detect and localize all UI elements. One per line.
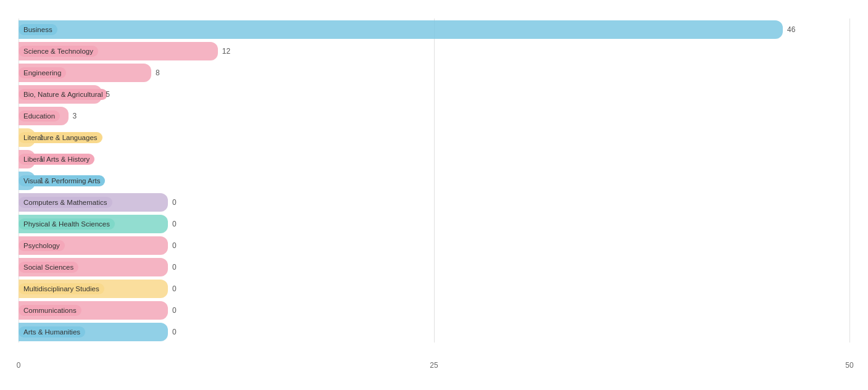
bar-value: 12: [222, 47, 230, 56]
bar-value: 0: [172, 241, 177, 250]
bar-value: 0: [172, 284, 177, 293]
x-axis-label: 25: [430, 361, 438, 370]
bar-label: Communications: [19, 305, 81, 316]
bar-label: Visual & Performing Arts: [19, 175, 105, 186]
bar-row: Bio, Nature & Agricultural5: [19, 85, 849, 104]
bar-row: Social Sciences0: [19, 258, 849, 276]
bar-value: 5: [106, 90, 110, 99]
bar-value: 1: [40, 176, 44, 185]
bar-row: Literature & Languages1: [19, 128, 849, 147]
bar-label: Arts & Humanities: [19, 326, 85, 338]
bar-value: 1: [40, 155, 44, 164]
bar-value: 8: [156, 68, 160, 77]
bar-row: Communications0: [19, 301, 849, 320]
grid-line: [849, 19, 850, 342]
bar-row: Visual & Performing Arts1: [19, 172, 849, 190]
bar-value: 46: [787, 25, 795, 34]
bar-row: Business46: [19, 20, 849, 39]
bars-area: Business46Science & Technology12Engineer…: [19, 19, 849, 342]
bar-row: Physical & Health Sciences0: [19, 215, 849, 233]
bar-row: Education3: [19, 107, 849, 125]
bar-row: Liberal Arts & History1: [19, 150, 849, 168]
bar-label: Literature & Languages: [19, 132, 102, 143]
bar-track: [19, 20, 783, 39]
bar-value: 0: [172, 220, 177, 228]
bar-row: Computers & Mathematics0: [19, 193, 849, 212]
chart-area: Business46Science & Technology12Engineer…: [19, 19, 849, 361]
bar-label: Multidisciplinary Studies: [19, 283, 104, 294]
bar-row: Psychology0: [19, 236, 849, 255]
bar-value: 3: [72, 112, 77, 120]
bar-value: 1: [40, 133, 44, 142]
chart-container: Business46Science & Technology12Engineer…: [0, 0, 868, 390]
x-axis-label: 0: [17, 361, 21, 370]
bar-value: 0: [172, 198, 177, 207]
bar-label: Social Sciences: [19, 262, 78, 273]
bar-label: Engineering: [19, 67, 66, 78]
bar-value: 0: [172, 263, 177, 272]
bar-label: Psychology: [19, 240, 65, 251]
bar-row: Multidisciplinary Studies0: [19, 280, 849, 298]
bar-label: Liberal Arts & History: [19, 154, 94, 165]
bar-row: Science & Technology12: [19, 42, 849, 60]
bar-row: Arts & Humanities0: [19, 323, 849, 341]
bar-label: Bio, Nature & Agricultural: [19, 89, 107, 100]
x-axis-label: 50: [845, 361, 853, 370]
bar-label: Science & Technology: [19, 46, 98, 57]
bar-label: Business: [19, 24, 57, 35]
bar-label: Physical & Health Sciences: [19, 218, 115, 230]
bar-value: 0: [172, 306, 177, 315]
bar-value: 0: [172, 328, 177, 336]
bar-row: Engineering8: [19, 64, 849, 82]
bar-label: Education: [19, 110, 60, 122]
bar-label: Computers & Mathematics: [19, 197, 112, 208]
